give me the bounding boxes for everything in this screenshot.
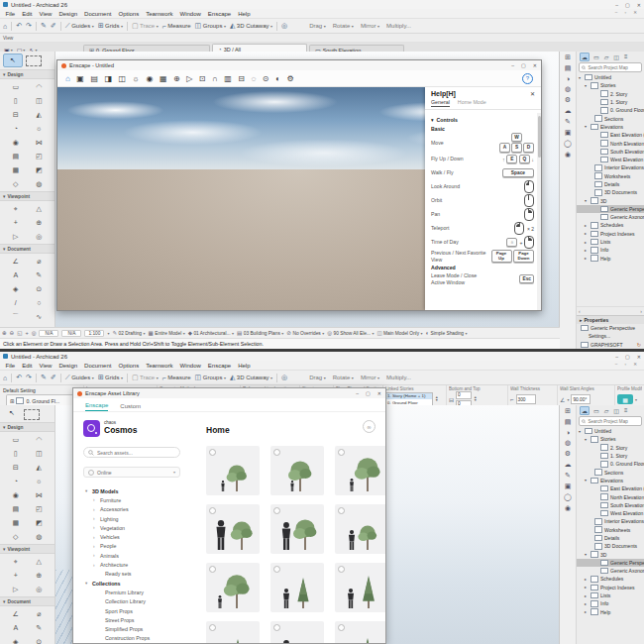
palette-icon[interactable]: ◑ xyxy=(566,75,570,82)
menu-item[interactable]: Window xyxy=(176,11,204,17)
menu-item[interactable]: Options xyxy=(115,363,143,369)
maximize-button[interactable]: ▢ xyxy=(625,2,630,8)
project-map-item[interactable]: Generic Perspective xyxy=(577,205,644,213)
project-map-item[interactable]: 0. Ground Floor xyxy=(577,106,644,114)
tab-enscape[interactable]: Enscape xyxy=(85,402,108,411)
asset-card[interactable] xyxy=(270,563,324,612)
menu-item[interactable]: View xyxy=(36,363,55,369)
stepper-icon[interactable]: ▲▼ xyxy=(474,396,477,403)
project-map-view-icon[interactable]: ▭ xyxy=(592,54,600,60)
palette-icon[interactable]: ⊞ xyxy=(565,407,571,415)
measure-button[interactable]: ⌐Measure xyxy=(162,23,191,30)
project-map-item[interactable]: ▾ Untitled xyxy=(577,427,644,435)
mirror-button[interactable]: Mirror▾ xyxy=(361,23,379,29)
design-tool-icon[interactable]: ◔ xyxy=(7,122,25,135)
project-map-item[interactable]: Generic Axonometry xyxy=(577,213,644,221)
menu-item[interactable]: Teamwork xyxy=(143,363,176,369)
design-tool-icon[interactable]: ◍ xyxy=(30,530,48,543)
bim-mode-icon[interactable]: ▦ xyxy=(160,74,167,83)
project-map-item[interactable]: Interior Elevations xyxy=(577,163,644,171)
partial-structure-chip[interactable]: ◫Main Model Only▾ xyxy=(376,330,422,336)
document-tool-icon[interactable]: ⌒ xyxy=(7,310,25,323)
design-tool-icon[interactable]: ◉ xyxy=(7,488,25,501)
mono-panorama-icon[interactable]: ◨ xyxy=(104,74,112,83)
asset-card[interactable] xyxy=(206,504,260,554)
maximize-button[interactable]: ▢ xyxy=(625,354,630,360)
asset-library-close-button[interactable]: ✕ xyxy=(377,390,381,396)
stepper-icon[interactable]: ▲▼ xyxy=(435,396,438,403)
inject-parameters-icon[interactable]: ✐ xyxy=(51,374,56,381)
design-tool-icon[interactable]: ▦ xyxy=(7,516,25,529)
asset-category-item[interactable]: › Animals xyxy=(83,551,194,560)
design-tool-icon[interactable]: ◭ xyxy=(30,108,48,121)
menu-item[interactable]: Edit xyxy=(19,363,36,369)
project-map-item[interactable]: 3D Documents xyxy=(577,188,644,196)
toolbox-section-document[interactable]: ▾Document xyxy=(0,596,54,606)
project-map-item[interactable]: ▾ 3D xyxy=(577,550,644,558)
asset-card[interactable] xyxy=(206,621,260,643)
asset-category-item[interactable]: › People xyxy=(83,542,194,551)
project-map-item[interactable]: Details xyxy=(577,534,644,542)
design-tool-icon[interactable]: ▤ xyxy=(7,150,25,162)
design-tool-icon[interactable]: ◰ xyxy=(30,150,48,162)
asset-category-item[interactable]: Collection Library xyxy=(83,597,194,606)
palette-icon[interactable]: ⚙ xyxy=(565,450,571,458)
menu-item[interactable]: Window xyxy=(176,363,204,369)
asset-category-item[interactable]: Construction Props xyxy=(83,634,194,643)
wall-thickness-input[interactable]: 300 xyxy=(516,394,536,404)
menu-item[interactable]: Options xyxy=(115,11,143,17)
design-tool-icon[interactable]: ▤ xyxy=(7,502,25,515)
viewpoint-tool-icon[interactable]: △ xyxy=(30,202,48,215)
asset-library-maximize-button[interactable]: ▢ xyxy=(366,390,371,396)
properties-header[interactable]: ▸Properties xyxy=(577,316,644,324)
menu-item[interactable]: Design xyxy=(55,11,81,17)
favorite-views-icon[interactable]: ◌ xyxy=(252,74,257,83)
arrow-tool[interactable]: ↖ xyxy=(3,407,21,419)
document-tool-icon[interactable]: ⌀ xyxy=(30,607,48,620)
design-tool-icon[interactable]: ▦ xyxy=(7,163,25,176)
design-tool-icon[interactable]: ◔ xyxy=(7,475,25,487)
rotation-field[interactable]: N/A xyxy=(61,330,81,337)
pick-up-parameters-icon[interactable]: ✎ xyxy=(41,22,47,30)
asset-card[interactable] xyxy=(270,621,324,643)
help-tab-general[interactable]: General xyxy=(431,99,450,107)
palette-icon[interactable]: ◍ xyxy=(565,85,571,93)
design-tool-icon[interactable]: ⋈ xyxy=(30,136,48,149)
design-tool-icon[interactable]: ◫ xyxy=(30,447,48,460)
visual-settings-icon[interactable]: ◐ xyxy=(275,74,280,83)
project-map-search-input[interactable] xyxy=(588,65,639,70)
document-tool-icon[interactable]: ○ xyxy=(30,296,48,309)
asset-category-item[interactable]: Simplified Props xyxy=(83,624,194,633)
screenshot-icon[interactable]: ▣ xyxy=(76,74,84,83)
menu-item[interactable]: Help xyxy=(235,363,254,369)
document-window-controls[interactable]: – ▫ ✕ xyxy=(615,362,640,367)
project-map-item[interactable]: ▾ Elevations xyxy=(577,477,644,484)
viewpoint-tool-icon[interactable]: ⌖ xyxy=(7,202,25,215)
viewpoint-tool-icon[interactable]: + xyxy=(7,216,25,229)
project-map-view-icon[interactable]: ☁ xyxy=(580,406,590,415)
mirror-button[interactable]: Mirror▾ xyxy=(361,375,379,380)
project-map-item[interactable]: ▸ Help xyxy=(577,255,644,263)
multiply-button[interactable]: Multiply... xyxy=(386,23,411,29)
menu-item[interactable]: Edit xyxy=(19,11,36,17)
help-controls-header[interactable]: ▾Controls xyxy=(431,115,534,124)
palette-icon[interactable]: ☁ xyxy=(565,107,572,115)
asset-category-item[interactable]: › Lighting xyxy=(83,514,194,523)
toolbox-section-design[interactable]: ▾Design xyxy=(0,422,54,432)
home-icon[interactable]: ⌂ xyxy=(3,375,7,381)
refresh-icon[interactable]: ↻ xyxy=(637,342,641,348)
asset-category-item[interactable]: ▾ Collections xyxy=(83,579,194,588)
undo-icon[interactable]: ↶ xyxy=(16,374,22,381)
drag-button[interactable]: Drag▾ xyxy=(309,375,326,380)
palette-icon[interactable]: ◯ xyxy=(564,493,572,501)
palette-icon[interactable]: ✎ xyxy=(565,118,571,126)
palette-icon[interactable]: ⚙ xyxy=(565,96,571,104)
project-map-item[interactable]: Generic Axonometry xyxy=(577,567,644,575)
project-map-item[interactable]: ▸ Project Indexes xyxy=(577,584,644,591)
grids-button[interactable]: ⊞Grids▾ xyxy=(98,374,123,381)
design-tool-icon[interactable]: ⊟ xyxy=(7,461,25,474)
account-badge[interactable]: ∞ xyxy=(363,420,376,433)
project-map-item[interactable]: ▾ Untitled xyxy=(577,73,644,81)
asset-category-item[interactable]: ▾ 3D Models xyxy=(83,486,194,495)
pan-icon[interactable]: + xyxy=(25,330,28,336)
